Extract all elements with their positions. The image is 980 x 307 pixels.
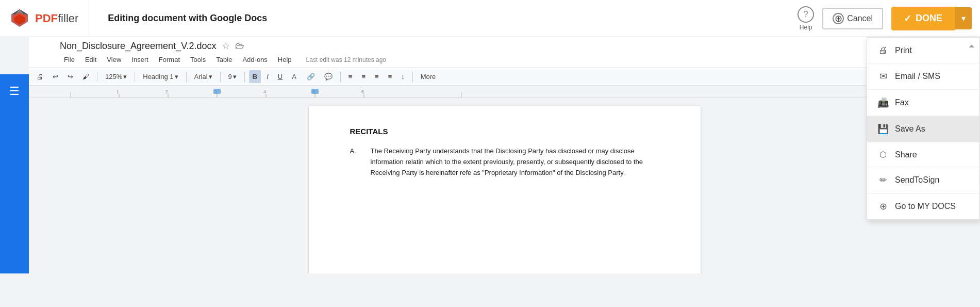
save-icon: 💾 bbox=[877, 123, 889, 135]
menu-view[interactable]: View bbox=[103, 54, 125, 66]
svg-text:6: 6 bbox=[361, 89, 364, 94]
pdffiller-logo-icon bbox=[8, 7, 31, 30]
doc-header: Non_Disclosure_Agreement_V.2.docx ☆ 🗁 Fi… bbox=[29, 37, 980, 68]
ruler-svg: 1 2 3 4 5 6 bbox=[70, 87, 462, 98]
print-label: Print bbox=[895, 46, 912, 55]
doc-title: Non_Disclosure_Agreement_V.2.docx bbox=[60, 41, 217, 52]
align-right-button[interactable]: ≡ bbox=[371, 70, 383, 83]
toolbar-sep-2 bbox=[135, 72, 135, 82]
folder-icon[interactable]: 🗁 bbox=[235, 41, 244, 52]
link-button[interactable]: 🔗 bbox=[303, 70, 319, 83]
menu-item-send-to-sign[interactable]: ✏ SendToSign bbox=[867, 167, 979, 193]
toolbar-sep-4 bbox=[220, 72, 221, 82]
toolbar-sep-3 bbox=[186, 72, 187, 82]
undo-button[interactable]: ↩ bbox=[49, 70, 62, 83]
dropdown-menu: ⏶ 🖨 Print ✉ Email / SMS 📠 Fax 💾 Save As … bbox=[867, 37, 980, 220]
more-button[interactable]: More bbox=[417, 70, 440, 83]
share-label: Share bbox=[895, 150, 917, 159]
help-circle-icon: ? bbox=[798, 6, 814, 23]
menu-item-fax[interactable]: 📠 Fax bbox=[867, 90, 979, 116]
align-left-button[interactable]: ≡ bbox=[345, 70, 356, 83]
done-button-group: ✓ DONE ▾ bbox=[891, 7, 972, 30]
zoom-selector[interactable]: 125% ▾ bbox=[102, 70, 130, 83]
redo-button[interactable]: ↪ bbox=[64, 70, 77, 83]
send-to-sign-icon: ✏ bbox=[877, 174, 889, 186]
svg-text:5: 5 bbox=[312, 89, 315, 94]
italic-button[interactable]: I bbox=[263, 70, 272, 83]
menu-addons[interactable]: Add-ons bbox=[238, 54, 271, 66]
email-sms-label: Email / SMS bbox=[895, 72, 940, 81]
main-area: ☰ Non_Disclosure_Agreement_V.2.docx ☆ 🗁 … bbox=[0, 37, 980, 273]
svg-text:3: 3 bbox=[214, 89, 217, 94]
doc-heading: RECITALS bbox=[350, 127, 659, 136]
bold-button[interactable]: B bbox=[249, 70, 261, 83]
email-icon: ✉ bbox=[877, 71, 889, 82]
font-value: Arial bbox=[194, 73, 208, 80]
heading-selector[interactable]: Heading 1 ▾ bbox=[139, 70, 181, 83]
para-text-a: The Receiving Party understands that the… bbox=[371, 146, 659, 178]
last-edit-status: Last edit was 12 minutes ago bbox=[306, 56, 386, 63]
menu-item-go-to-my-docs[interactable]: ⊕ Go to MY DOCS bbox=[867, 193, 979, 219]
align-center-button[interactable]: ≡ bbox=[358, 70, 369, 83]
zoom-value: 125% bbox=[105, 73, 122, 80]
fax-label: Fax bbox=[895, 98, 909, 107]
font-size-selector[interactable]: 9 ▾ bbox=[225, 70, 240, 83]
menu-help[interactable]: Help bbox=[274, 54, 296, 66]
toolbar: 🖨 ↩ ↪ 🖌 125% ▾ Heading 1 ▾ Arial ▾ 9 bbox=[29, 68, 980, 86]
heading-value: Heading 1 bbox=[143, 73, 173, 80]
cancel-icon: ⊕ bbox=[833, 13, 844, 24]
logo-text: PDFfiller bbox=[35, 12, 78, 25]
app-title: Editing document with Google Docs bbox=[97, 13, 789, 24]
underline-button[interactable]: U bbox=[274, 70, 286, 83]
toolbar-sep-1 bbox=[97, 72, 97, 82]
line-spacing-button[interactable]: ↕ bbox=[397, 70, 408, 83]
menu-item-email-sms[interactable]: ✉ Email / SMS bbox=[867, 63, 979, 90]
zoom-dropdown-icon: ▾ bbox=[123, 73, 127, 80]
font-size-value: 9 bbox=[228, 73, 232, 80]
top-bar: PDFfiller Editing document with Google D… bbox=[0, 0, 980, 37]
menu-insert[interactable]: Insert bbox=[127, 54, 153, 66]
doc-scroll-area[interactable]: RECITALS A. The Receiving Party understa… bbox=[29, 98, 980, 273]
go-to-my-docs-label: Go to MY DOCS bbox=[895, 202, 956, 211]
cancel-button[interactable]: ⊕ Cancel bbox=[822, 8, 883, 29]
done-dropdown-button[interactable]: ▾ bbox=[955, 7, 972, 29]
font-color-button[interactable]: A bbox=[288, 70, 301, 83]
doc-paragraph-a: A. The Receiving Party understands that … bbox=[350, 146, 659, 182]
editor-section: Non_Disclosure_Agreement_V.2.docx ☆ 🗁 Fi… bbox=[29, 37, 980, 273]
menu-format[interactable]: Format bbox=[155, 54, 184, 66]
align-justify-button[interactable]: ≡ bbox=[385, 70, 396, 83]
toolbar-sep-7 bbox=[412, 72, 413, 82]
menu-edit[interactable]: Edit bbox=[81, 54, 101, 66]
done-chevron-icon: ▾ bbox=[961, 14, 966, 23]
menu-file[interactable]: File bbox=[60, 54, 79, 66]
hamburger-icon: ☰ bbox=[9, 85, 20, 98]
svg-text:1: 1 bbox=[117, 89, 119, 94]
done-checkmark-icon: ✓ bbox=[904, 13, 911, 24]
menu-item-share[interactable]: ⬡ Share bbox=[867, 142, 979, 167]
paint-format-button[interactable]: 🖌 bbox=[79, 70, 93, 83]
go-to-my-docs-icon: ⊕ bbox=[877, 201, 889, 212]
font-dropdown-icon: ▾ bbox=[209, 73, 212, 80]
help-button[interactable]: ? Help bbox=[798, 6, 814, 31]
menu-table[interactable]: Table bbox=[212, 54, 236, 66]
print-toolbar-button[interactable]: 🖨 bbox=[33, 70, 47, 83]
doc-content: RECITALS A. The Receiving Party understa… bbox=[309, 106, 701, 273]
toolbar-sep-5 bbox=[244, 72, 245, 82]
save-as-label: Save As bbox=[895, 124, 925, 134]
menu-bar: File Edit View Insert Format Tools Table… bbox=[60, 54, 970, 68]
sidebar-toggle[interactable]: ☰ bbox=[0, 74, 29, 273]
svg-text:4: 4 bbox=[263, 89, 266, 94]
more-label: More bbox=[421, 73, 436, 80]
collapse-menu-button[interactable]: ⏶ bbox=[968, 42, 975, 50]
share-icon: ⬡ bbox=[877, 150, 889, 159]
done-button[interactable]: ✓ DONE bbox=[891, 7, 955, 30]
cancel-label: Cancel bbox=[847, 14, 873, 23]
menu-item-save-as[interactable]: 💾 Save As bbox=[867, 116, 979, 142]
menu-item-print[interactable]: 🖨 Print bbox=[867, 38, 979, 63]
menu-tools[interactable]: Tools bbox=[186, 54, 210, 66]
font-selector[interactable]: Arial ▾ bbox=[191, 70, 216, 83]
heading-dropdown-icon: ▾ bbox=[175, 73, 178, 80]
ruler: 1 2 3 4 5 6 bbox=[29, 86, 980, 98]
comment-button[interactable]: 💬 bbox=[321, 70, 336, 83]
star-icon[interactable]: ☆ bbox=[222, 40, 230, 52]
